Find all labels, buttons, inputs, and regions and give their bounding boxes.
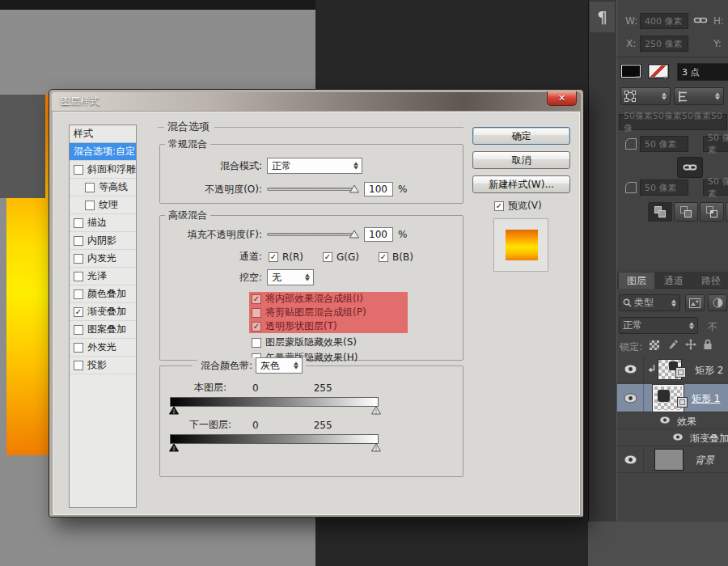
vector-mask-badge[interactable] xyxy=(675,367,686,378)
stroke-color-swatch[interactable] xyxy=(648,64,669,78)
filter-adjustment-layers-button[interactable] xyxy=(708,294,727,311)
checkbox[interactable] xyxy=(85,201,95,210)
visibility-eye-icon[interactable] xyxy=(624,454,637,467)
style-item-stroke[interactable]: 描边 xyxy=(70,214,136,232)
checkbox[interactable] xyxy=(74,236,83,246)
link-corner-radii-button[interactable] xyxy=(677,157,703,178)
lock-all-icon[interactable] xyxy=(703,339,713,353)
corner-radius-field-3[interactable]: 50 像素 xyxy=(640,180,688,196)
tab-channels[interactable]: 通道 xyxy=(656,272,692,289)
corner-radius-field-2[interactable]: 50 像素 xyxy=(703,136,728,152)
style-item-satin[interactable]: 光泽 xyxy=(70,268,136,285)
style-item-drop-shadow[interactable]: 投影 xyxy=(70,357,136,374)
underlying-layer-gradient-bar[interactable] xyxy=(170,434,379,444)
preview-option[interactable]: ✓ 预览(V) xyxy=(494,199,542,213)
ok-button[interactable]: 确定 xyxy=(472,127,570,145)
visibility-eye-icon[interactable] xyxy=(659,416,671,427)
fill-color-swatch[interactable] xyxy=(620,64,641,78)
gradient-overlay-effect-row[interactable]: 渐变叠加 xyxy=(617,429,728,446)
link-dimensions-icon[interactable] xyxy=(693,13,708,30)
layer-row-background[interactable]: 背景 xyxy=(617,446,728,473)
filter-pixel-layers-button[interactable] xyxy=(685,294,705,311)
lock-transparency-icon[interactable] xyxy=(650,340,659,350)
stroke-width-field[interactable]: 3 点 xyxy=(677,63,728,81)
channel-r-checkbox[interactable]: ✓ xyxy=(269,252,278,262)
pathfinder-intersect-button[interactable] xyxy=(700,202,724,222)
visibility-eye-icon[interactable] xyxy=(624,364,637,377)
blend-if-channel-dropdown[interactable]: 灰色 xyxy=(256,357,303,374)
checkbox[interactable]: ✓ xyxy=(252,294,261,304)
width-field[interactable]: 400 像素 xyxy=(640,13,688,29)
style-item-pattern-overlay[interactable]: 图案叠加 xyxy=(70,321,136,339)
tab-layers[interactable]: 图层 xyxy=(619,272,654,289)
style-item-outer-glow[interactable]: 外发光 xyxy=(70,339,136,357)
corner-radius-field-4[interactable]: 50 像素 xyxy=(703,180,728,196)
checkbox[interactable]: ✓ xyxy=(252,322,261,332)
shape-properties-dropdown[interactable] xyxy=(620,87,671,105)
checkbox[interactable] xyxy=(74,325,83,335)
corner-radius-summary-field[interactable]: 50像素50像素50像素50像 xyxy=(619,114,727,130)
checkbox[interactable] xyxy=(252,338,261,348)
shape-rect-icon xyxy=(624,91,636,102)
style-item-texture[interactable]: 纹理 xyxy=(70,196,136,214)
style-item-contour[interactable]: 等高线 xyxy=(70,179,136,196)
close-button[interactable]: ✕ xyxy=(547,91,577,106)
style-item-blending-options[interactable]: 混合选项:自定 xyxy=(70,143,136,161)
visibility-eye-icon[interactable] xyxy=(624,393,637,406)
style-item-inner-glow[interactable]: 内发光 xyxy=(70,250,136,268)
layer-name[interactable]: 背景 xyxy=(695,454,714,467)
layer-blend-mode-dropdown[interactable]: 正常 xyxy=(619,317,698,334)
pathfinder-combine-button[interactable] xyxy=(648,202,672,222)
style-item-gradient-overlay[interactable]: ✓渐变叠加 xyxy=(70,303,136,321)
knockout-dropdown[interactable]: 无 xyxy=(267,269,314,285)
blend-interior-option[interactable]: ✓ 将内部效果混合成组(I) xyxy=(249,292,408,306)
corner-radius-field-1[interactable]: 50 像素 xyxy=(640,136,688,152)
transparency-shapes-option[interactable]: ✓ 透明形状图层(T) xyxy=(249,319,408,333)
pathfinder-subtract-button[interactable] xyxy=(674,202,698,222)
fill-opacity-value[interactable]: 100 xyxy=(364,227,393,242)
channel-g-checkbox[interactable]: ✓ xyxy=(323,252,332,262)
layer-row-rect2[interactable]: 矩形 2 xyxy=(617,356,728,383)
blend-mode-dropdown[interactable]: 正常 xyxy=(267,158,362,174)
style-item-inner-shadow[interactable]: 内阴影 xyxy=(70,232,136,250)
preview-checkbox[interactable]: ✓ xyxy=(494,201,504,211)
style-item-color-overlay[interactable]: 颜色叠加 xyxy=(70,285,136,303)
checkbox[interactable]: ✓ xyxy=(74,307,83,317)
new-style-button[interactable]: 新建样式(W)... xyxy=(472,175,570,193)
fill-opacity-slider[interactable] xyxy=(267,230,356,239)
style-item-bevel-emboss[interactable]: 斜面和浮雕 xyxy=(70,161,136,179)
this-layer-gradient-bar[interactable] xyxy=(170,397,379,407)
vector-mask-badge[interactable] xyxy=(677,397,688,408)
opacity-value[interactable]: 100 xyxy=(364,182,393,196)
opacity-slider[interactable] xyxy=(267,184,356,194)
cancel-button[interactable]: 取消 xyxy=(472,151,570,169)
blend-clipped-option[interactable]: 将剪贴图层混合成组(P) xyxy=(249,306,408,319)
stroke-options-dropdown[interactable] xyxy=(674,87,724,105)
lock-position-icon[interactable] xyxy=(685,339,696,353)
visibility-eye-icon[interactable] xyxy=(672,433,684,444)
x-position-field[interactable]: 250 像素 xyxy=(640,36,688,52)
layer-filter-dropdown[interactable]: 类型 xyxy=(619,294,680,311)
background-thumbnail[interactable] xyxy=(654,449,684,471)
checkbox[interactable] xyxy=(85,183,95,192)
layer-name[interactable]: 矩形 1 xyxy=(692,392,720,406)
layer-row-rect1-selected[interactable]: 矩形 1 xyxy=(617,384,728,412)
checkbox[interactable] xyxy=(74,272,83,281)
channel-b-checkbox[interactable]: ✓ xyxy=(379,252,388,262)
checkbox[interactable] xyxy=(74,218,83,228)
paragraph-panel-icon[interactable]: ¶ xyxy=(590,2,615,32)
effects-label[interactable]: 效果 xyxy=(677,415,696,429)
layer-mask-hides-option[interactable]: 图层蒙版隐藏效果(S) xyxy=(252,336,357,349)
checkbox[interactable] xyxy=(252,308,261,318)
dialog-titlebar[interactable]: 图层样式 ✕ xyxy=(52,92,581,111)
checkbox[interactable] xyxy=(74,165,83,175)
gradient-overlay-label[interactable]: 渐变叠加 xyxy=(690,432,728,446)
checkbox[interactable] xyxy=(74,254,83,264)
checkbox[interactable] xyxy=(74,343,83,353)
checkbox[interactable] xyxy=(74,361,83,370)
layer-effects-row[interactable]: 效果 xyxy=(617,412,728,429)
lock-image-icon[interactable] xyxy=(667,339,679,353)
tab-paths[interactable]: 路径 xyxy=(693,272,728,289)
checkbox[interactable] xyxy=(74,289,83,299)
layer-name[interactable]: 矩形 2 xyxy=(695,364,723,378)
